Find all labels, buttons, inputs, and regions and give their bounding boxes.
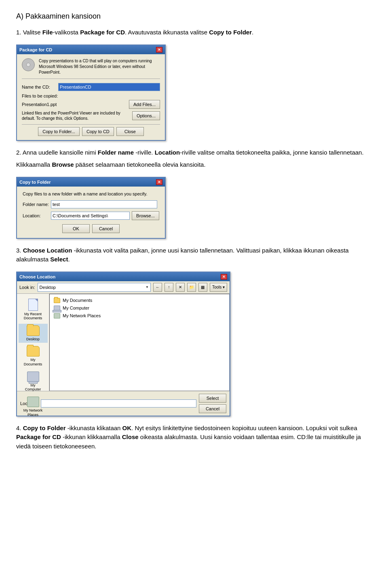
step2-bold2: Location [155, 149, 180, 156]
step4-bold4: Close [122, 433, 139, 440]
step2-text3: -riville valitse omalta tietokoneelta pa… [180, 149, 363, 156]
content-item-network[interactable]: My Network Places [52, 312, 227, 320]
location-label: Location: [23, 213, 51, 218]
look-in-label: Look in: [19, 285, 35, 290]
mydocs-label: My Documents [63, 298, 92, 303]
choose-toolbar: Look in: Desktop ▼ ← ↑ ✕ 📁 ▦ Tools ▾ [17, 281, 230, 294]
name-cd-input[interactable] [58, 83, 160, 91]
my-computer-icon [27, 371, 39, 382]
folder-name-input[interactable] [51, 200, 157, 208]
step3-number: 3. [16, 247, 21, 254]
package-footer: Copy to Folder... Copy to CD Close [22, 124, 160, 136]
section-4: 4. Copy to Folder -ikkunasta klikataan O… [16, 424, 372, 451]
copy-desc: Copy files to a new folder with a name a… [23, 191, 159, 196]
toolbar-tools-button[interactable]: Tools ▾ [210, 283, 227, 292]
package-close-button[interactable]: Close [116, 127, 144, 136]
copy-dialog-body: Copy files to a new folder with a name a… [17, 187, 165, 238]
choose-title-text: Choose Location [19, 274, 55, 279]
copy-close-icon[interactable]: ✕ [156, 179, 162, 185]
toolbar-view-button[interactable]: ▦ [198, 283, 207, 292]
choose-footer: Location: Select Cancel [17, 391, 230, 416]
step1-text: 1. Valitse File-valikosta Package for CD… [16, 28, 372, 37]
location-input[interactable] [51, 212, 130, 220]
files-label: Files to be copied: [22, 93, 160, 98]
sidebar-item-my-computer[interactable]: MyComputer [19, 370, 48, 394]
location-row: Location: Browse... [23, 211, 159, 220]
step2-number: 2. [16, 149, 21, 156]
section-2: 2. Anna uudelle kansiolle nimi Folder na… [16, 148, 372, 170]
sidebar-mycomputer-label: MyComputer [25, 383, 41, 392]
choose-dialog-title: Choose Location [19, 274, 55, 279]
folder-name-row: Folder name: [23, 200, 159, 208]
content-item-mycomputer[interactable]: My Computer [52, 304, 227, 312]
copy-ok-button[interactable]: OK [62, 224, 90, 233]
choose-dialog-titlebar: Choose Location ✕ [17, 272, 230, 281]
select-button[interactable]: Select [199, 394, 226, 403]
mycomputer-small-icon [54, 306, 60, 311]
step2-bold1: Folder name [98, 149, 134, 156]
sidebar-network-label: My NetworkPlaces [23, 408, 43, 417]
step4-bold1: Copy to Folder [23, 425, 66, 431]
network-small-icon [54, 313, 60, 318]
package-title-text: Package for CD [19, 47, 52, 52]
browse-suffix: pääset selaamaan tietokoneella olevia ka… [74, 161, 206, 168]
step1-bold1: File [42, 29, 53, 36]
file1-name: Presentation1.ppt [22, 102, 129, 107]
look-in-dropdown[interactable]: Desktop ▼ [38, 283, 151, 292]
step1-bold3: Copy to Folder [209, 29, 252, 36]
sidebar-item-my-documents[interactable]: MyDocuments [19, 344, 48, 368]
copy-dialog-titlebar: Copy to Folder ✕ [17, 178, 165, 187]
mycomputer-label: My Computer [63, 306, 89, 310]
page-title: A) Pakkaaminen kansioon [16, 12, 372, 21]
step2-text: 2. Anna uudelle kansiolle nimi Folder na… [16, 148, 372, 157]
toolbar-up-button[interactable]: ↑ [164, 283, 173, 292]
browse-bold: Browse [52, 161, 74, 168]
step2-text1: Anna uudelle kansiolle nimi [23, 149, 98, 156]
section-1: 1. Valitse File-valikosta Package for CD… [16, 28, 372, 37]
copy-to-folder-dialog: Copy to Folder ✕ Copy files to a new fol… [16, 177, 166, 239]
my-documents-icon [27, 346, 40, 357]
choose-content: My Documents My Computer My Network Plac… [49, 294, 230, 391]
sidebar-item-recent[interactable]: My RecentDocuments [19, 297, 48, 323]
step4-text3: -ikkunan klikkaamalla [61, 433, 122, 440]
choose-location-input[interactable] [41, 399, 196, 408]
choose-close-icon[interactable]: ✕ [221, 274, 227, 280]
linked-row: Linked files and the PowerPoint Viewer a… [22, 110, 160, 121]
options-button[interactable]: Options... [132, 111, 160, 120]
copy-to-folder-button[interactable]: Copy to Folder... [38, 127, 80, 136]
choose-sidebar: My RecentDocuments Desktop MyDocuments M… [17, 294, 49, 391]
desktop-icon [27, 325, 40, 336]
package-dialog-titlebar: Package for CD ✕ [17, 45, 165, 54]
mydocs-folder-icon [54, 298, 60, 303]
package-close-icon[interactable]: ✕ [156, 47, 162, 53]
copy-to-cd-button[interactable]: Copy to CD [82, 127, 114, 136]
content-item-mydocs[interactable]: My Documents [52, 297, 227, 304]
step3-text: 3. Choose Location -ikkunasta voit valit… [16, 246, 372, 264]
network-label: My Network Places [63, 313, 101, 318]
package-top-section: Copy presentations to a CD that will pla… [22, 58, 160, 79]
file-row: Presentation1.ppt Add Files... [22, 100, 160, 109]
choose-cancel-button[interactable]: Cancel [199, 404, 226, 413]
look-in-value: Desktop [40, 285, 144, 290]
add-files-button[interactable]: Add Files... [129, 100, 160, 109]
choose-main: My RecentDocuments Desktop MyDocuments M… [17, 294, 230, 391]
step1-text4: . [252, 29, 253, 36]
look-in-arrow: ▼ [146, 285, 149, 289]
step3-text2: . [68, 256, 70, 263]
step1-number: 1. [16, 29, 21, 36]
choose-buttons: Select Cancel [199, 394, 226, 413]
sidebar-item-desktop[interactable]: Desktop [19, 324, 48, 343]
package-dialog-body: Copy presentations to a CD that will pla… [17, 54, 165, 140]
sidebar-desktop-label: Desktop [26, 337, 40, 341]
step1-text1: Valitse [23, 29, 42, 36]
copy-cancel-button[interactable]: Cancel [92, 224, 120, 233]
step4-bold2: OK [122, 425, 132, 431]
browse-button[interactable]: Browse... [132, 211, 159, 220]
toolbar-delete-button[interactable]: ✕ [176, 283, 185, 292]
step1-bold2: Package for CD [80, 29, 125, 36]
toolbar-new-folder-button[interactable]: 📁 [187, 283, 196, 292]
choose-location-dialog: Choose Location ✕ Look in: Desktop ▼ ← ↑… [16, 272, 230, 416]
sidebar-recent-label: My RecentDocuments [24, 312, 42, 321]
copy-footer: OK Cancel [23, 224, 159, 233]
toolbar-back-button[interactable]: ← [153, 283, 162, 292]
